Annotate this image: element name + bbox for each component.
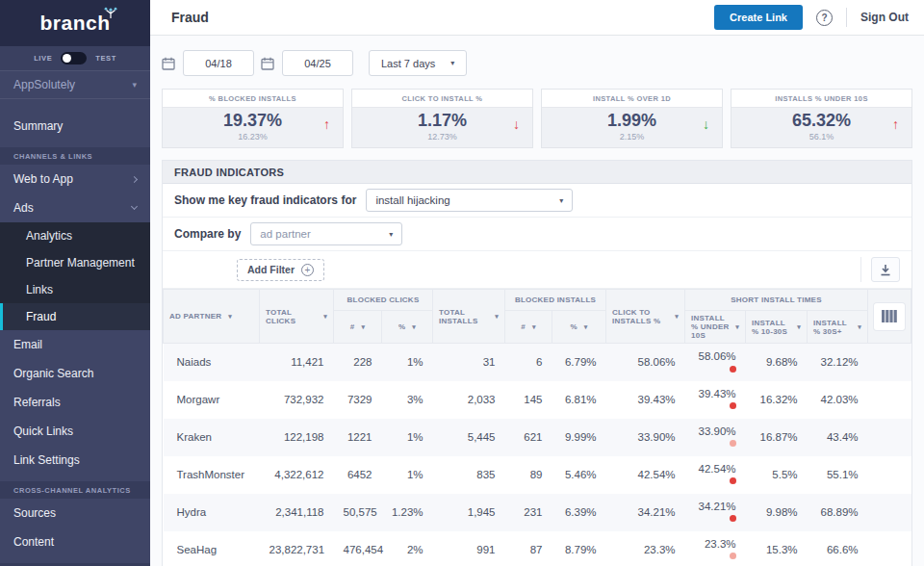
sidebar-item-label: CHANNELS & LINKS <box>13 152 92 161</box>
end-date-input[interactable]: 04/25 <box>282 50 353 76</box>
sidebar-item-content[interactable]: Content <box>0 527 150 556</box>
cell-value: 145 <box>524 394 542 405</box>
cell-value: 6.81% <box>565 394 597 405</box>
kpi-label: INSTALL % OVER 1D <box>542 90 722 108</box>
col-blocked-clicks-num[interactable]: #▾ <box>334 311 382 344</box>
sidebar-item-links[interactable]: Links <box>0 276 150 303</box>
cell-spacer <box>868 344 911 381</box>
sidebar-section-channels-links: CHANNELS & LINKS <box>0 147 150 165</box>
col-install-under-10s[interactable]: INSTALL % UNDER 10S▾ <box>685 311 746 344</box>
col-blocked-clicks-pct[interactable]: %▾ <box>382 311 433 344</box>
sidebar-item-ads[interactable]: Ads <box>0 193 150 222</box>
help-icon[interactable]: ? <box>816 10 833 26</box>
cell-value: 11,421 <box>291 356 323 368</box>
sidebar-item-referrals[interactable]: Referrals <box>0 388 150 417</box>
cell-blocked_installs_num: 231 <box>505 494 552 531</box>
table-row-kraken[interactable]: Kraken122,19812211%5,4456219.99%33.90%33… <box>164 419 911 456</box>
add-filter-button[interactable]: Add Filter + <box>237 259 324 281</box>
cell-value: 34.21% <box>638 506 676 518</box>
table-row-naiads[interactable]: Naiads11,4212281%3166.79%58.06%58.06%9.6… <box>164 344 911 381</box>
col-blocked-installs-num[interactable]: #▾ <box>505 311 552 344</box>
cell-value: 732,932 <box>284 394 324 405</box>
sidebar-item-label: Web to App <box>13 172 73 186</box>
sidebar-item-label: Partner Management <box>26 256 135 270</box>
live-test-toggle[interactable] <box>61 52 87 64</box>
table-row-hydra[interactable]: Hydra2,341,11850,5751.23%1,9452316.39%34… <box>164 494 911 531</box>
cell-total_installs: 31 <box>433 344 505 381</box>
sidebar-item-link-settings[interactable]: Link Settings <box>0 446 150 475</box>
cell-value: 39.43% <box>699 388 736 399</box>
cell-blocked_clicks_num: 50,575 <box>334 494 382 531</box>
cell-value: 9.68% <box>766 356 798 368</box>
toggle-knob <box>63 54 71 63</box>
kpi-sub-value: 12.73% <box>352 132 532 142</box>
cell-under_10s: 42.54% <box>685 456 746 494</box>
sidebar-item-label: Analytics <box>26 229 72 243</box>
cell-value: 2,033 <box>468 394 496 405</box>
col-install-30s-plus[interactable]: INSTALL % 30S+▾ <box>808 311 868 344</box>
download-icon <box>880 264 891 276</box>
cell-value: 5,445 <box>468 431 496 443</box>
cell-value: 476,454 <box>344 544 384 555</box>
cell-blocked_installs_pct: 9.99% <box>552 419 606 456</box>
sidebar-item-organic-search[interactable]: Organic Search <box>0 359 150 388</box>
compare-by-select[interactable]: ad partner ▾ <box>250 222 402 245</box>
cell-blocked_clicks_pct: 1% <box>382 344 433 381</box>
calendar-icon <box>162 57 175 70</box>
cell-value: 42.54% <box>699 463 736 475</box>
date-range-select[interactable]: Last 7 days ▾ <box>369 50 467 76</box>
create-link-button[interactable]: Create Link <box>714 5 803 30</box>
app-selector[interactable]: AppSolutely ▾ <box>0 70 150 99</box>
col-click-to-installs[interactable]: CLICK TO INSTALLS %▾ <box>606 290 685 344</box>
content: 04/18 04/25 Last 7 days ▾ % BLOCKED INST… <box>150 36 924 566</box>
cell-total_clicks: 122,198 <box>260 419 334 456</box>
fraud-indicator-value: install hijacking <box>375 194 449 206</box>
table-row-trashmonster[interactable]: TrashMonster4,322,61264521%835895.46%42.… <box>164 456 911 494</box>
cell-partner: TrashMonster <box>164 456 260 494</box>
compare-select-row: Compare by ad partner ▾ <box>163 218 911 251</box>
fraud-indicator-select[interactable]: install hijacking ▾ <box>366 189 573 212</box>
cell-value: 5.5% <box>772 469 797 480</box>
sidebar-item-quick-links[interactable]: Quick Links <box>0 417 150 446</box>
cell-partner: Naiads <box>164 344 260 381</box>
sidebar-item-web-to-app[interactable]: Web to App <box>0 165 150 193</box>
sign-out-link[interactable]: Sign Out <box>860 11 909 24</box>
table-row-seahag[interactable]: SeaHag23,822,731476,4542%991878.79%23.3%… <box>164 531 911 566</box>
cell-value: 34.21% <box>699 501 736 512</box>
sidebar-menu: SummaryCHANNELS & LINKSWeb to AppAdsAnal… <box>0 99 150 566</box>
cell-value: 621 <box>524 431 542 443</box>
sidebar-item-sources[interactable]: Sources <box>0 499 150 527</box>
cell-total_clicks: 4,322,612 <box>260 456 334 494</box>
compare-by-label: Compare by <box>174 227 241 241</box>
cell-value: 835 <box>476 469 495 480</box>
risk-dot-red <box>730 515 736 522</box>
sidebar-item-label: Referrals <box>13 396 61 409</box>
col-ad-partner[interactable]: AD PARTNER▾ <box>164 290 260 344</box>
table-row-morgawr[interactable]: Morgawr732,93273293%2,0331456.81%39.43%3… <box>164 381 911 419</box>
sidebar-item-email[interactable]: Email <box>0 330 150 359</box>
col-install-10-30s[interactable]: INSTALL % 10-30S▾ <box>746 311 808 344</box>
col-blocked-installs-pct[interactable]: %▾ <box>552 311 606 344</box>
column-picker-button[interactable] <box>874 303 905 330</box>
risk-dot-red <box>730 366 736 373</box>
cell-value: 991 <box>476 544 495 555</box>
branch-logo: branch <box>0 0 150 46</box>
col-total-clicks[interactable]: TOTAL CLICKS▾ <box>260 290 334 344</box>
start-date-input[interactable]: 04/18 <box>183 50 254 76</box>
col-total-installs[interactable]: TOTAL INSTALLS▾ <box>433 290 505 344</box>
sidebar-item-summary[interactable]: Summary <box>0 112 150 141</box>
kpi-body: 19.37%16.23%↑ <box>163 108 343 147</box>
cell-click_to_installs: 23.3% <box>606 531 685 566</box>
sidebar-item-analytics[interactable]: Analytics <box>0 222 150 249</box>
sort-caret-icon: ▾ <box>797 323 801 331</box>
trend-down-arrow-icon: ↓ <box>703 116 709 132</box>
cell-value: 1% <box>407 356 424 368</box>
environment-toggle-row: LIVE TEST <box>0 46 150 70</box>
plus-icon: + <box>301 264 314 276</box>
sidebar-item-partner-management[interactable]: Partner Management <box>0 249 150 276</box>
sidebar-item-fraud[interactable]: Fraud <box>0 303 150 330</box>
download-button[interactable] <box>871 257 900 282</box>
sort-caret-icon: ▾ <box>584 323 588 331</box>
columns-icon <box>881 310 898 322</box>
chevron-down-icon: ▾ <box>559 196 563 205</box>
